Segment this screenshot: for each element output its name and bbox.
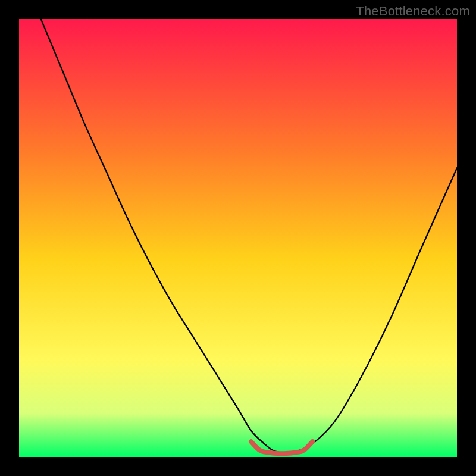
bottleneck-chart <box>19 19 457 457</box>
gradient-background <box>19 19 457 457</box>
chart-frame: TheBottleneck.com <box>0 0 476 476</box>
watermark-label: TheBottleneck.com <box>356 4 470 19</box>
plot-area <box>19 19 457 457</box>
